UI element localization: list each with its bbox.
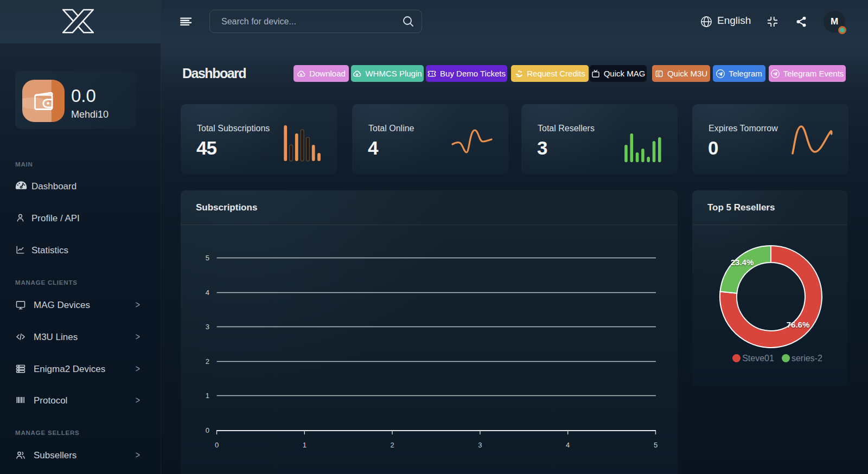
svg-text:76.6%: 76.6% xyxy=(787,320,810,329)
svg-text:0: 0 xyxy=(215,441,219,449)
svg-text:3: 3 xyxy=(206,323,209,331)
svg-text:2: 2 xyxy=(390,441,394,449)
svg-text:4: 4 xyxy=(566,441,570,449)
svg-text:5: 5 xyxy=(654,441,658,449)
svg-text:5: 5 xyxy=(206,254,209,262)
svg-text:2: 2 xyxy=(206,357,209,366)
svg-text:23.4%: 23.4% xyxy=(731,258,754,267)
svg-text:1: 1 xyxy=(206,392,209,400)
svg-text:4: 4 xyxy=(206,289,209,297)
svg-text:1: 1 xyxy=(303,441,307,449)
svg-text:0: 0 xyxy=(206,426,209,434)
svg-text:3: 3 xyxy=(478,441,482,449)
